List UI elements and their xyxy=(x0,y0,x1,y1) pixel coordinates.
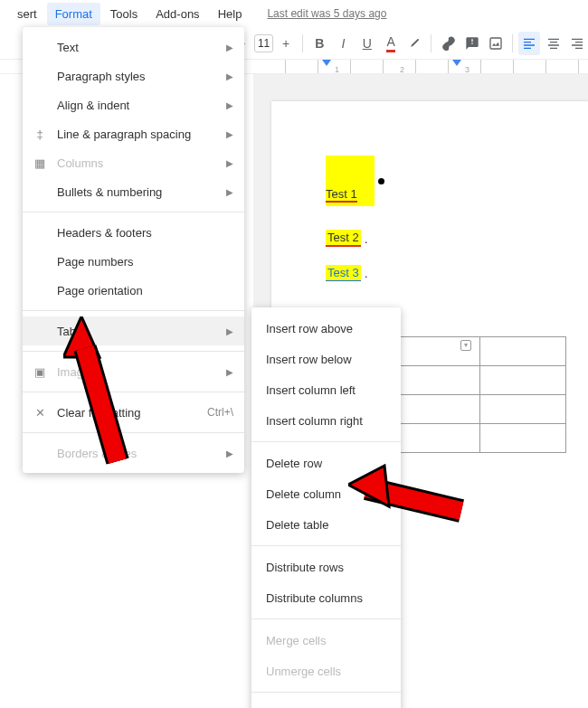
separator xyxy=(23,351,244,352)
menu-paragraph-styles[interactable]: Paragraph styles▶ xyxy=(23,61,244,90)
menu-columns: ▦Columns▶ xyxy=(23,148,244,177)
text-color-button[interactable]: A xyxy=(380,32,402,55)
menu-clear-formatting[interactable]: ✕Clear formattingCtrl+\ xyxy=(23,398,244,427)
menu-image: ▣Image▶ xyxy=(23,357,244,386)
underline-button[interactable]: U xyxy=(356,32,378,55)
period: . xyxy=(365,231,368,246)
separator xyxy=(512,34,513,52)
format-dropdown: Text▶ Paragraph styles▶ Align & indent▶ … xyxy=(23,27,244,473)
menu-format[interactable]: Format xyxy=(47,3,100,25)
separator xyxy=(251,441,401,442)
submenu-delete-row[interactable]: Delete row xyxy=(251,448,401,478)
submenu-merge-cells: Merge cells xyxy=(251,625,401,656)
menu-line-spacing[interactable]: ‡Line & paragraph spacing▶ xyxy=(23,119,244,148)
separator xyxy=(251,618,401,619)
ruler-indent-marker[interactable] xyxy=(452,60,461,66)
keyboard-shortcut: Ctrl+\ xyxy=(207,406,233,419)
menu-page-numbers[interactable]: Page numbers xyxy=(23,247,244,276)
highlight-icon xyxy=(407,36,422,51)
svg-rect-0 xyxy=(490,38,501,49)
submenu-insert-column-left[interactable]: Insert column left xyxy=(251,374,401,405)
bold-button[interactable]: B xyxy=(308,32,330,55)
text-test3[interactable]: Test 3 xyxy=(326,265,361,281)
chevron-right-icon: ▶ xyxy=(226,100,233,110)
separator xyxy=(251,545,401,546)
menu-addons[interactable]: Add-ons xyxy=(147,3,207,25)
ruler-indent-marker[interactable] xyxy=(322,60,331,66)
submenu-insert-row-below[interactable]: Insert row below xyxy=(251,344,401,374)
align-right-icon xyxy=(570,36,584,51)
menu-align-indent[interactable]: Align & indent▶ xyxy=(23,90,244,119)
submenu-distribute-columns[interactable]: Distribute columns xyxy=(251,582,401,613)
align-center-icon xyxy=(546,36,561,51)
align-left-button[interactable] xyxy=(518,32,540,55)
menu-text[interactable]: Text▶ xyxy=(23,33,244,61)
chevron-right-icon: ▶ xyxy=(226,187,233,197)
ruler-mark: 1 xyxy=(335,65,339,74)
menu-bullets-numbering[interactable]: Bullets & numbering▶ xyxy=(23,177,244,206)
submenu-delete-column[interactable]: Delete column xyxy=(251,478,401,509)
menu-borders-lines: Borders & lines▶ xyxy=(23,439,244,467)
chevron-right-icon: ▶ xyxy=(226,71,233,81)
italic-button[interactable]: I xyxy=(332,32,354,55)
menu-tools[interactable]: Tools xyxy=(102,3,146,25)
image-icon: ▣ xyxy=(32,365,48,379)
separator xyxy=(251,692,401,693)
separator xyxy=(302,34,303,52)
chevron-right-icon: ▶ xyxy=(226,326,233,336)
image-button[interactable] xyxy=(485,32,507,55)
separator xyxy=(23,310,244,311)
table-submenu: Insert row above Insert row below Insert… xyxy=(251,307,401,708)
ruler-mark: 2 xyxy=(400,65,404,74)
menu-page-orientation[interactable]: Page orientation xyxy=(23,276,244,305)
font-size-plus[interactable]: + xyxy=(275,32,297,55)
align-left-icon xyxy=(522,36,536,51)
align-center-button[interactable] xyxy=(542,32,564,55)
menu-headers-footers[interactable]: Headers & footers xyxy=(23,218,244,247)
columns-icon: ▦ xyxy=(32,156,48,170)
chevron-right-icon: ▶ xyxy=(226,448,233,458)
comment-button[interactable] xyxy=(461,32,483,55)
align-right-button[interactable] xyxy=(566,32,588,55)
clear-icon: ✕ xyxy=(32,406,48,420)
menu-bar: sert Format Tools Add-ons Help Last edit… xyxy=(0,0,588,27)
separator xyxy=(23,432,244,433)
text-test2: Test 2 xyxy=(326,230,361,247)
menu-table[interactable]: Table▶ xyxy=(23,316,244,345)
line-spacing-icon: ‡ xyxy=(32,127,48,141)
separator xyxy=(431,34,432,52)
submenu-delete-table[interactable]: Delete table xyxy=(251,509,401,540)
separator xyxy=(23,212,244,212)
chevron-right-icon: ▶ xyxy=(226,158,233,168)
link-icon xyxy=(441,36,456,51)
period: . xyxy=(365,266,368,280)
submenu-distribute-rows[interactable]: Distribute rows xyxy=(251,552,401,582)
bullet-dot xyxy=(378,178,384,184)
submenu-insert-row-above[interactable]: Insert row above xyxy=(251,313,401,344)
separator xyxy=(23,392,244,392)
chevron-right-icon: ▶ xyxy=(226,129,233,139)
submenu-unmerge-cells: Unmerge cells xyxy=(251,656,401,686)
image-icon xyxy=(488,36,503,51)
font-size-value[interactable]: 11 xyxy=(254,34,273,52)
menu-help[interactable]: Help xyxy=(210,3,251,25)
highlighted-block: Test 1 xyxy=(326,156,375,206)
ruler-mark: 3 xyxy=(465,65,469,74)
last-edit-link[interactable]: Last edit was 5 days ago xyxy=(259,3,394,24)
menu-insert[interactable]: sert xyxy=(9,3,45,25)
text-test1: Test 1 xyxy=(326,187,357,203)
highlight-button[interactable] xyxy=(403,32,425,55)
chevron-right-icon: ▶ xyxy=(226,367,233,377)
submenu-table-properties[interactable]: Table properties xyxy=(251,698,401,708)
link-button[interactable] xyxy=(437,32,459,55)
comment-icon xyxy=(465,36,479,51)
submenu-insert-column-right[interactable]: Insert column right xyxy=(251,405,401,436)
chevron-right-icon: ▶ xyxy=(226,42,233,52)
cell-dropdown-icon[interactable]: ▾ xyxy=(460,340,471,351)
